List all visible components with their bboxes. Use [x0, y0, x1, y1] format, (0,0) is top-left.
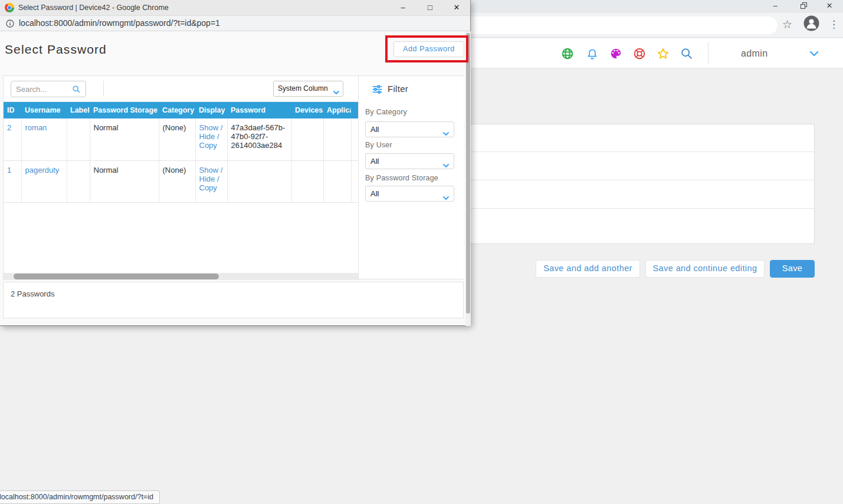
row-password-cell — [227, 160, 291, 202]
table-row: 2 roman Normal (None) Show / Hide / Copy… — [4, 118, 358, 160]
popup-close-button[interactable]: ✕ — [450, 0, 463, 15]
filter-by-password-storage-label: By Password Storage — [365, 174, 438, 182]
filter-by-user-value: All — [370, 157, 379, 166]
bookmark-star-icon[interactable]: ☆ — [782, 18, 792, 31]
status-link-bubble: localhost:8000/admin/rowmgmt/password/?t… — [0, 490, 160, 504]
lifebuoy-icon[interactable] — [633, 47, 646, 60]
search-icon[interactable] — [72, 85, 81, 96]
chevron-down-icon — [442, 127, 450, 141]
row-category-cell: (None) — [159, 118, 195, 160]
palette-icon[interactable] — [609, 47, 622, 60]
table-footer-card: 2 Passwords — [3, 282, 464, 318]
column-header-applications[interactable]: Applications — [323, 102, 351, 118]
vertical-scrollbar-thumb[interactable] — [466, 33, 470, 314]
password-table-viewport: ID Username Label Password Storage Categ… — [4, 102, 358, 273]
popup-maximize-button[interactable]: □ — [424, 0, 437, 15]
row-username-link[interactable]: pagerduty — [25, 166, 60, 174]
password-table: ID Username Label Password Storage Categ… — [4, 102, 358, 203]
row-filler-cell — [351, 160, 358, 202]
main-minimize-button[interactable]: – — [762, 0, 789, 13]
filter-panel: Filter By Category All By User All By Pa… — [358, 76, 464, 279]
table-row: 1 pagerduty Normal (None) Show / Hide / … — [4, 160, 358, 202]
hide-link[interactable]: Hide — [199, 132, 215, 141]
system-column-select[interactable]: System Column — [273, 81, 343, 97]
copy-link[interactable]: Copy — [199, 141, 217, 150]
popup-titlebar[interactable]: Select Password | Device42 - Google Chro… — [0, 0, 470, 16]
password-list-card: System Column ID Username Label Password… — [3, 75, 464, 279]
chevron-down-icon — [442, 191, 450, 206]
column-header-category[interactable]: Category — [159, 102, 195, 118]
show-link[interactable]: Show — [199, 166, 219, 174]
popup-address-bar[interactable]: localhost:8000/admin/rowmgmt/password/?t… — [0, 16, 470, 31]
display-separator: / — [217, 132, 219, 141]
column-header-password[interactable]: Password — [227, 102, 291, 118]
row-id-link[interactable]: 2 — [7, 123, 11, 132]
vertical-scrollbar[interactable] — [465, 31, 471, 326]
display-separator: / — [221, 166, 223, 174]
search-icon[interactable] — [680, 47, 693, 60]
filter-sliders-icon — [372, 84, 383, 97]
bell-icon[interactable] — [586, 47, 599, 60]
row-devices-cell — [291, 118, 323, 160]
row-applications-cell — [323, 118, 351, 160]
main-address-bar[interactable] — [466, 17, 778, 34]
column-header-id[interactable]: ID — [4, 102, 21, 118]
horizontal-scrollbar[interactable] — [4, 273, 358, 280]
main-restore-button[interactable] — [789, 0, 816, 13]
row-storage-cell: Normal — [90, 118, 159, 160]
chevron-down-icon — [442, 159, 450, 173]
row-username-link[interactable]: roman — [25, 123, 47, 132]
show-link[interactable]: Show — [199, 123, 219, 132]
page-info-icon[interactable] — [6, 19, 14, 30]
row-storage-cell: Normal — [90, 160, 159, 202]
filter-by-category-select[interactable]: All — [365, 121, 454, 137]
chevron-down-icon — [333, 86, 340, 101]
row-id-link[interactable]: 1 — [7, 166, 11, 174]
main-close-button[interactable]: ✕ — [816, 0, 843, 13]
column-header-label[interactable]: Label — [67, 102, 90, 118]
save-and-add-another-button[interactable]: Save and add another — [536, 260, 640, 278]
filter-by-password-storage-value: All — [370, 189, 379, 198]
popup-url-text: localhost:8000/admin/rowmgmt/password/?t… — [19, 16, 220, 31]
row-label-cell — [67, 160, 90, 202]
popup-window-title: Select Password | Device42 - Google Chro… — [18, 0, 169, 16]
column-header-devices[interactable]: Devices — [291, 102, 323, 118]
admin-form-panel — [413, 124, 815, 244]
row-display-cell: Show / Hide / Copy — [195, 160, 227, 202]
row-filler-cell — [351, 118, 358, 160]
globe-icon[interactable] — [561, 47, 574, 60]
chrome-logo-icon — [5, 3, 14, 12]
display-separator: / — [217, 174, 219, 183]
row-password-cell: 47a3daef-567b-47b0-92f7-2614003ae284 — [227, 118, 291, 160]
user-menu-label[interactable]: admin — [741, 38, 768, 68]
popup-minimize-button[interactable]: – — [396, 0, 409, 15]
filter-by-password-storage-select[interactable]: All — [365, 186, 454, 202]
copy-link[interactable]: Copy — [199, 183, 217, 192]
display-separator: / — [221, 123, 223, 132]
browser-menu-icon[interactable]: ⋮ — [829, 18, 839, 31]
save-button[interactable]: Save — [770, 260, 815, 278]
system-column-label: System Column — [278, 84, 328, 93]
column-header-filler — [351, 102, 358, 118]
column-header-display[interactable]: Display — [195, 102, 227, 118]
filter-by-category-value: All — [370, 125, 379, 134]
star-icon[interactable] — [657, 47, 670, 60]
save-and-continue-editing-button[interactable]: Save and continue editing — [645, 260, 765, 278]
filter-by-user-select[interactable]: All — [365, 153, 454, 169]
filter-by-user-label: By User — [365, 141, 392, 149]
profile-avatar-icon[interactable] — [803, 15, 819, 31]
hide-link[interactable]: Hide — [199, 174, 215, 183]
toolbar-divider — [103, 81, 104, 97]
restore-icon — [801, 4, 805, 9]
column-header-password-storage[interactable]: Password Storage — [90, 102, 159, 118]
add-password-button[interactable]: Add Password — [393, 41, 464, 57]
row-devices-cell — [291, 160, 323, 202]
column-header-username[interactable]: Username — [21, 102, 67, 118]
table-header-row: ID Username Label Password Storage Categ… — [4, 102, 358, 118]
navbar-divider — [708, 42, 708, 64]
table-toolbar: System Column — [4, 76, 358, 102]
chevron-down-icon[interactable] — [809, 50, 819, 60]
horizontal-scrollbar-thumb[interactable] — [14, 274, 219, 279]
row-applications-cell — [323, 160, 351, 202]
page-title: Select Password — [5, 42, 107, 57]
